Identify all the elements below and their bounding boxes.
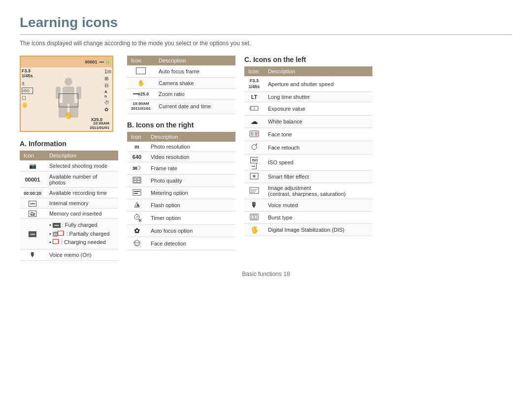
table-row: Auto focus frame — [127, 65, 235, 78]
section-b-title: B. Icons on the right — [127, 121, 235, 129]
table-row: 🎙 Voice muted — [244, 199, 372, 212]
svg-rect-13 — [137, 181, 140, 183]
svg-line-8 — [138, 168, 140, 170]
svg-rect-11 — [137, 178, 140, 180]
table-row: 00001 Available number of photos — [20, 172, 118, 188]
section-b-table: Icon Description m Photo resolution 640 … — [127, 132, 235, 250]
svg-point-36 — [254, 176, 255, 177]
focus-frame — [59, 93, 78, 107]
table-row: 00:00:20 Available recording time — [20, 188, 118, 198]
table-row: LT Long time shutter — [244, 92, 372, 102]
section-a: A. Information Icon Description 📷 Select… — [20, 140, 118, 261]
table-row: m Photo resolution — [127, 142, 235, 152]
section-c-title: C. Icons on the left — [244, 56, 372, 63]
table-row: ▪▪▪ Internal memory — [20, 198, 118, 209]
camera-datetime: 10:00AM2011/01/01 — [90, 121, 109, 130]
table-row: ━━x25.0 Zoom ratio — [127, 89, 235, 99]
right-col: C. Icons on the left Icon Description F3… — [244, 56, 372, 236]
camera-preview: 00001 ▪▪▪ 🔋 F3.31/45s ± ISO ☐ 🖐 — [20, 56, 118, 261]
table-row: Face retouch — [244, 141, 372, 154]
table-row: Burst type — [244, 212, 372, 224]
col-desc-a: Description — [45, 151, 118, 160]
table-row: ☁ White balance — [244, 116, 372, 128]
svg-rect-10 — [134, 178, 136, 180]
table-row: 📷 Selected shooting mode — [20, 160, 118, 172]
col-icon-info: Icon — [127, 56, 155, 65]
table-row: 🎙 Voice memo (On) — [20, 249, 118, 260]
table-row: F3.31/45s Aperture and shutter speed — [244, 76, 372, 92]
svg-rect-43 — [255, 215, 257, 219]
table-row: Face tone — [244, 128, 372, 141]
footer: Basic functions 18 — [20, 271, 512, 278]
svg-rect-42 — [252, 215, 254, 219]
camera-topbar: 00001 ▪▪▪ 🔋 — [21, 57, 112, 67]
camera-box: 00001 ▪▪▪ 🔋 F3.31/45s ± ISO ☐ 🖐 — [20, 56, 113, 132]
svg-line-21 — [137, 216, 138, 217]
table-row: 10:00AM2011/01/01 Current date and time — [127, 99, 235, 114]
table-row: Exposure value — [244, 102, 372, 116]
section-a-table: Icon Description 📷 Selected shooting mod… — [20, 151, 118, 261]
middle-col: Icon Description Auto focus frame ✋ Came… — [127, 56, 235, 250]
section-c-table: Icon Description F3.31/45s Aperture and … — [244, 66, 372, 236]
col-icon-b: Icon — [127, 132, 147, 142]
section-a-title: A. Information — [20, 140, 118, 148]
table-row: 640 Video resolution — [127, 152, 235, 162]
svg-rect-12 — [134, 181, 136, 183]
svg-rect-14 — [133, 189, 141, 195]
svg-text:A: A — [136, 203, 139, 208]
svg-rect-32 — [255, 132, 258, 136]
svg-text:30: 30 — [133, 166, 137, 171]
table-row: 🖐 Digital Image Stabilization (DIS) — [244, 224, 372, 236]
section-b: B. Icons on the right Icon Description m… — [127, 121, 235, 250]
col-desc-c: Description — [264, 66, 372, 76]
table-row: ✿ Auto focus option — [127, 224, 235, 237]
camera-left-icons: F3.31/45s ± ISO ☐ 🖐 — [21, 67, 34, 132]
svg-point-0 — [65, 78, 72, 86]
info-table-section: Icon Description Auto focus frame ✋ Came… — [127, 56, 235, 114]
svg-rect-31 — [251, 132, 254, 136]
svg-text:10: 10 — [138, 218, 141, 221]
table-row: Photo quality — [127, 174, 235, 186]
page-subtitle: The icons displayed will change accordin… — [20, 40, 512, 47]
page-title: Learning icons — [20, 15, 512, 35]
table-row: ✋ Camera shake — [127, 78, 235, 89]
svg-rect-41 — [250, 214, 258, 220]
table-row: 10 Timer option — [127, 211, 235, 224]
table-row: A Flash option — [127, 199, 235, 211]
table-row: Image adjustment(contrast, sharpness, sa… — [244, 183, 372, 199]
table-row: Metering option — [127, 186, 235, 199]
col-desc-b: Description — [147, 132, 235, 142]
col-icon-a: Icon — [20, 151, 45, 160]
table-row: 🗂 Memory card inserted — [20, 209, 118, 219]
col-desc-info: Description — [155, 56, 235, 65]
section-c: C. Icons on the left Icon Description F3… — [244, 56, 372, 236]
table-row: Smart filter effect — [244, 171, 372, 183]
table-row: ▪▪▪ • ▪▪▪ : Fully charged • ▪▪ : Partial… — [20, 219, 118, 249]
svg-line-7 — [138, 165, 140, 168]
svg-point-24 — [135, 242, 136, 243]
table-row: Face detection — [127, 237, 235, 250]
table-row: ISO ▪▪▪ ISO speed — [244, 154, 372, 171]
table-row: 30 Frame rate — [127, 162, 235, 174]
svg-point-25 — [138, 242, 139, 243]
svg-rect-15 — [134, 191, 140, 192]
svg-rect-16 — [134, 193, 138, 194]
col-icon-c: Icon — [244, 66, 264, 76]
info-table: Icon Description Auto focus frame ✋ Came… — [127, 56, 235, 114]
